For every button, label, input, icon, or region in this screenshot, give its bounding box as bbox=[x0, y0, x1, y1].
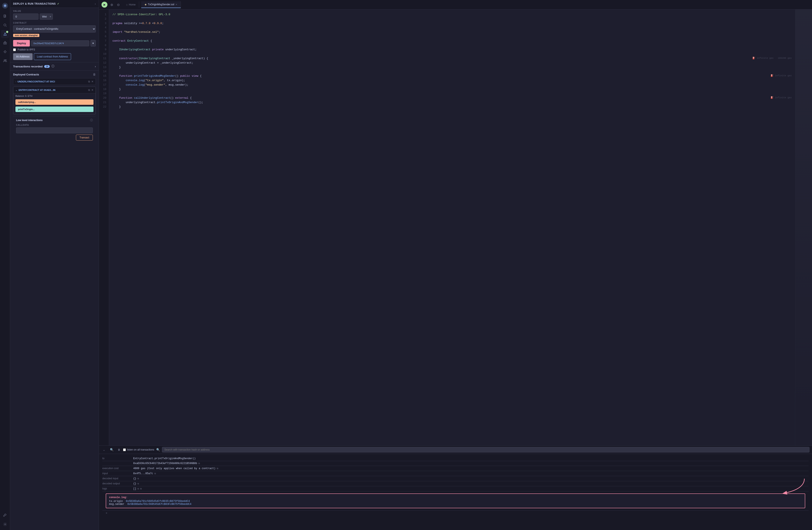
code-line-9: IUnderlyingContract private underlyingCo… bbox=[113, 47, 792, 52]
tx-field-input-value: 0x4f5...05a7c ⧉ bbox=[133, 472, 156, 475]
tab-file-label: TxOriginMsgSender.sol bbox=[148, 3, 174, 6]
panel-title-text: DEPLOY & RUN TRANSACTIONS bbox=[13, 2, 56, 5]
file-icon: ◈ bbox=[145, 3, 147, 6]
code-line-11: constructor(IUnderlyingContract _underly… bbox=[113, 56, 792, 61]
bottom-panel: ⌄ 🔍 0 listen on all transactions 🔍 to En… bbox=[99, 445, 812, 530]
tx-expand-icon[interactable]: › bbox=[95, 65, 96, 68]
value-row: Wei Gwei Finney Ether bbox=[13, 14, 96, 20]
run-button[interactable]: ▶ bbox=[102, 2, 107, 8]
copy-exec-btn[interactable]: ⧉ bbox=[217, 468, 218, 470]
copy-input-btn[interactable]: ⧉ bbox=[154, 472, 156, 475]
tx-row-input: input 0x4f5...05a7c ⧉ bbox=[102, 471, 809, 476]
contract-item-underlying: › UNDERLYINGCONTRACT AT 0XCI ⧉ ✕ bbox=[13, 78, 96, 85]
load-contract-button[interactable]: Load contract from Address bbox=[34, 53, 71, 60]
calldata-input[interactable] bbox=[16, 128, 93, 133]
code-line-8 bbox=[113, 43, 792, 48]
contract-entry-header[interactable]: ⌄ ENTRYCONTRACT AT 0XAE0...96 ⧉ ✕ bbox=[13, 87, 96, 93]
close-icon-underlying[interactable]: ✕ bbox=[91, 80, 93, 83]
icon-bar-debug[interactable] bbox=[1, 48, 9, 56]
tab-home-label: Home bbox=[129, 3, 135, 6]
publish-checkbox[interactable] bbox=[13, 48, 16, 51]
value-section: VALUE Wei Gwei Finney Ether bbox=[10, 8, 99, 22]
copy-icon-entry[interactable]: ⧉ bbox=[88, 89, 90, 91]
code-line-1: // SPDX-License-Identifier: GPL-3.0 bbox=[113, 13, 792, 17]
listen-checkbox[interactable] bbox=[123, 448, 126, 451]
deploy-button[interactable]: Deploy bbox=[13, 40, 30, 46]
svg-point-11 bbox=[4, 524, 5, 525]
console-line-1: tx.origin 0x5B38Da6a701c568545dCfcB03FcB… bbox=[109, 500, 802, 503]
contract-name-underlying: UNDERLYINGCONTRACT AT 0XCI bbox=[17, 80, 87, 83]
search-input[interactable] bbox=[162, 447, 810, 453]
svg-point-9 bbox=[4, 60, 5, 61]
tx-field-to-addr-value: 0xaE036c65C649172b43ef7156b009c6221B596B… bbox=[133, 462, 200, 465]
terminal-search-icon[interactable]: 🔍 bbox=[109, 447, 115, 452]
code-line-2 bbox=[113, 17, 792, 21]
tab-close-btn[interactable]: ✕ bbox=[175, 3, 177, 6]
value-input[interactable] bbox=[13, 14, 39, 20]
line-numbers: 12345 678910 1112131415 1617181920 2122 bbox=[99, 10, 109, 445]
trash-icon[interactable]: 🗑 bbox=[93, 73, 96, 76]
icon-bar-files[interactable] bbox=[1, 12, 9, 20]
tx-info-icon[interactable]: ⓘ bbox=[52, 64, 54, 68]
tx-badge: 14 bbox=[44, 65, 49, 68]
tx-field-exec-label: execution cost bbox=[102, 467, 130, 470]
copy-decoded-output-btn[interactable]: ⧉ bbox=[137, 483, 139, 485]
icon-bar-plugin[interactable] bbox=[1, 39, 9, 47]
tx-log: to EntryContract.printTxOriginAndMsgSend… bbox=[99, 454, 812, 530]
pink-arrow-svg bbox=[777, 476, 807, 498]
svg-point-8 bbox=[4, 51, 6, 53]
zoom-out-btn[interactable]: ⊖ bbox=[116, 2, 120, 8]
tx-field-logs-value: [] ⧉ ⧉ bbox=[133, 487, 142, 490]
unit-select-wrapper: Wei Gwei Finney Ether bbox=[40, 14, 53, 20]
copy-icon-underlying[interactable]: ⧉ bbox=[88, 80, 90, 83]
tx-row-decoded-input: decoded input {} ⧉ bbox=[102, 476, 809, 481]
code-line-4 bbox=[113, 26, 792, 30]
low-level-info-icon[interactable]: ⓘ bbox=[90, 118, 93, 122]
contract-item-entry: ⌄ ENTRYCONTRACT AT 0XAE0...96 ⧉ ✕ Balanc… bbox=[13, 87, 96, 114]
icon-bar-users[interactable] bbox=[1, 57, 9, 65]
deploy-expand-btn[interactable]: ▾ bbox=[90, 40, 96, 46]
unit-select[interactable]: Wei Gwei Finney Ether bbox=[40, 14, 53, 20]
console-line-2: msg.sender 0x5B38Da6a701c568545dCfcB03Fc… bbox=[109, 503, 802, 506]
icon-bar-deploy[interactable] bbox=[1, 30, 9, 38]
home-icon: ⌂ bbox=[126, 3, 128, 6]
minimap bbox=[795, 10, 812, 445]
at-address-button[interactable]: At Address bbox=[13, 53, 32, 60]
close-icon-entry[interactable]: ✕ bbox=[91, 89, 93, 91]
copy-addr-btn[interactable]: ⧉ bbox=[198, 462, 200, 465]
tx-field-logs-label: logs bbox=[102, 487, 130, 490]
contract-item-underlying-header[interactable]: › UNDERLYINGCONTRACT AT 0XCI ⧉ ✕ bbox=[13, 78, 96, 85]
copy-logs-btn1[interactable]: ⧉ bbox=[137, 488, 139, 490]
console-label: console.log: bbox=[109, 496, 802, 499]
deploy-row: Deploy 0xcD6a42782d230D7c13A74 ▾ bbox=[13, 40, 96, 46]
collapse-btn[interactable]: ⌄ bbox=[102, 447, 106, 452]
contract-chevron-right: › bbox=[15, 80, 16, 83]
icon-bar-search[interactable] bbox=[1, 21, 9, 29]
main-content: ▶ ⊕ ⊖ ⌂ Home ◈ TxOriginMsgSender.sol ✕ 1… bbox=[99, 0, 812, 530]
deployed-title: Deployed Contracts bbox=[13, 73, 39, 76]
terminal-counter: 0 bbox=[117, 447, 121, 452]
transact-button[interactable]: Transact bbox=[76, 135, 93, 141]
contract-select[interactable]: EntryContract - contracts/TxOriginMs: bbox=[13, 25, 96, 32]
prompt-symbol: > bbox=[106, 512, 107, 515]
tx-field-decoded-output-value: {} ⧉ bbox=[133, 482, 139, 485]
tx-field-to-value: EntryContract.printTxOriginAndMsgSender(… bbox=[133, 457, 195, 460]
copy-decoded-input-btn[interactable]: ⧉ bbox=[137, 477, 139, 480]
low-level-section: Low level interactions ⓘ CALLDATA Transa… bbox=[13, 116, 96, 143]
code-line-20: function callUnderlyingContract() extern… bbox=[113, 96, 792, 100]
call-underlying-btn[interactable]: callUnderlying... bbox=[15, 99, 93, 105]
search-icon-btn[interactable]: 🔍 bbox=[156, 448, 160, 452]
code-line-17: console.log("msg.sender", msg.sender); bbox=[113, 83, 792, 87]
copy-logs-btn2[interactable]: ⧉ bbox=[140, 488, 142, 490]
tab-file[interactable]: ◈ TxOriginMsgSender.sol ✕ bbox=[141, 1, 181, 8]
icon-bar-logo[interactable] bbox=[1, 2, 9, 10]
icon-bar-wrench[interactable] bbox=[1, 511, 9, 519]
tab-home[interactable]: ⌂ Home bbox=[122, 1, 139, 8]
listen-check: listen on all transactions bbox=[123, 448, 154, 451]
zoom-in-btn[interactable]: ⊕ bbox=[110, 2, 114, 8]
transactions-section[interactable]: Transactions recorded 14 ⓘ › bbox=[10, 62, 99, 70]
print-txorigin-btn[interactable]: printTxOrigin... bbox=[15, 106, 93, 112]
icon-bar-settings[interactable] bbox=[1, 520, 9, 528]
panel-expand-btn[interactable]: › bbox=[95, 2, 96, 5]
tx-row-to: to EntryContract.printTxOriginAndMsgSend… bbox=[102, 456, 809, 461]
